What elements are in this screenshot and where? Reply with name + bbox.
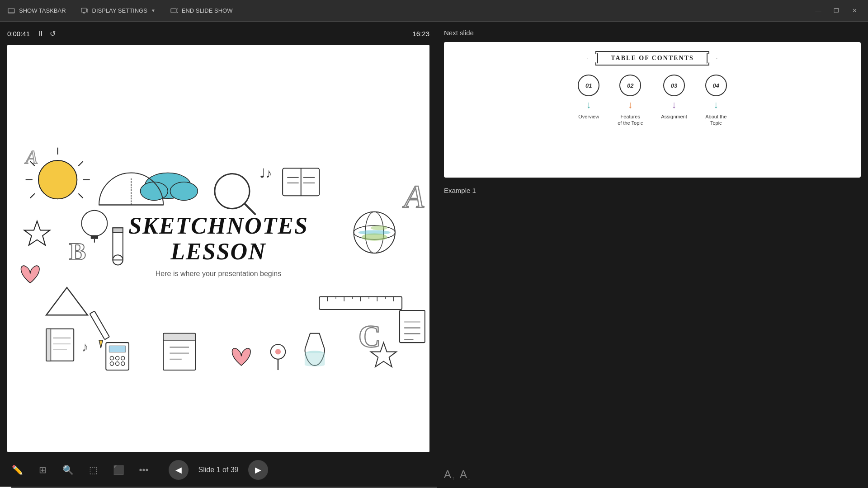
- toc-label-2: Featuresof the Topic: [618, 113, 643, 127]
- toc-icon-2: ↓: [628, 99, 633, 111]
- main-layout: 0:00:41 ⏸ ↺ 16:23: [0, 22, 868, 488]
- taskbar-icon: [7, 7, 15, 15]
- slide-subtitle: Here is where your presentation begins: [128, 270, 308, 278]
- example-label: Example 1: [444, 187, 861, 194]
- svg-rect-5: [87, 9, 88, 12]
- slide-canvas: ♩♪: [7, 45, 429, 452]
- toc-number-1: 01: [578, 75, 599, 96]
- close-button[interactable]: ✕: [848, 5, 861, 17]
- font-decrease-down-icon: ↓: [468, 476, 470, 481]
- timer-controls: ⏸ ↺: [37, 29, 56, 38]
- svg-line-7: [177, 9, 178, 9]
- slide-counter: Slide 1 of 39: [196, 466, 241, 474]
- pause-button[interactable]: ⏸: [37, 29, 44, 38]
- font-increase-up-icon: ↑: [452, 476, 454, 481]
- font-controls: A ↑ A ↓: [444, 465, 861, 481]
- font-increase-icon: A: [444, 468, 451, 481]
- toc-item-assignment: 03 ↓ Assignment: [661, 75, 687, 120]
- svg-rect-3: [83, 13, 85, 14]
- next-slide-button[interactable]: ▶: [248, 460, 268, 480]
- minimize-button[interactable]: —: [812, 5, 825, 17]
- bottom-bar: ✏️ ⊞ 🔍 ⬚ ⬛ ••• ◀ Slide 1 of 39 ▶: [0, 452, 437, 488]
- display-settings-arrow: ▼: [151, 8, 156, 13]
- right-panel: Next slide TABLE OF CONTENTS 01 ↓ Overvi…: [437, 22, 868, 488]
- show-taskbar-button[interactable]: SHOW TASKBAR: [7, 7, 66, 15]
- svg-rect-1: [8, 12, 14, 13]
- svg-rect-4: [83, 12, 85, 13]
- display-settings-label: DISPLAY SETTINGS: [92, 7, 147, 14]
- toc-number-4: 04: [705, 75, 727, 96]
- toc-item-overview: 01 ↓ Overview: [578, 75, 599, 120]
- select-tool-button[interactable]: ⬚: [85, 462, 101, 478]
- toc-items: 01 ↓ Overview 02 ↓ Featuresof the Topic: [578, 75, 727, 127]
- font-decrease-icon: A: [460, 468, 467, 481]
- toc-icon-1: ↓: [586, 99, 591, 111]
- reset-button[interactable]: ↺: [50, 29, 56, 38]
- restore-button[interactable]: ❐: [830, 5, 843, 17]
- zoom-tool-button[interactable]: 🔍: [60, 462, 76, 478]
- prev-slide-button[interactable]: ◀: [169, 460, 189, 480]
- toc-icon-3: ↓: [672, 99, 677, 111]
- toc-item-features: 02 ↓ Featuresof the Topic: [618, 75, 643, 127]
- example-area: [444, 198, 861, 465]
- toc-label-1: Overview: [578, 113, 599, 120]
- elapsed-timer: 0:00:41: [7, 30, 30, 38]
- svg-rect-2: [81, 8, 86, 12]
- toc-item-about: 04 ↓ About theTopic: [705, 75, 727, 127]
- slide-center-content: SKETCHNOTES LESSON Here is where your pr…: [128, 213, 308, 278]
- clock-display: 16:23: [412, 30, 429, 38]
- nav-controls: ◀ Slide 1 of 39 ▶: [169, 460, 268, 480]
- show-taskbar-label: SHOW TASKBAR: [19, 7, 66, 14]
- timer-bar: 0:00:41 ⏸ ↺ 16:23: [0, 22, 437, 45]
- display-settings-icon: [80, 7, 89, 15]
- pen-tool-button[interactable]: ✏️: [9, 462, 25, 478]
- end-slideshow-icon: [170, 7, 178, 15]
- end-slideshow-button[interactable]: END SLIDE SHOW: [170, 7, 233, 15]
- grid-tool-button[interactable]: ⊞: [34, 462, 51, 478]
- more-tool-button[interactable]: •••: [136, 462, 152, 478]
- toc-number-2: 02: [619, 75, 641, 96]
- end-slideshow-label: END SLIDE SHOW: [182, 7, 233, 14]
- toc-banner: TABLE OF CONTENTS: [595, 51, 709, 66]
- screen-tool-button[interactable]: ⬛: [110, 462, 127, 478]
- font-decrease-button[interactable]: A ↓: [460, 468, 470, 481]
- preview-content: TABLE OF CONTENTS 01 ↓ Overview 02: [444, 42, 861, 178]
- slide-display: ♩♪: [7, 45, 429, 452]
- toc-icon-4: ↓: [713, 99, 718, 111]
- slide-title-line1: SKETCHNOTES: [128, 213, 308, 239]
- svg-rect-6: [171, 9, 176, 13]
- window-controls: — ❐ ✕: [812, 5, 861, 17]
- next-slide-label: Next slide: [444, 29, 861, 37]
- slide-title-line2: LESSON: [128, 239, 308, 264]
- presentation-area: 0:00:41 ⏸ ↺ 16:23: [0, 22, 437, 488]
- tool-icons: ✏️ ⊞ 🔍 ⬚ ⬛ •••: [9, 462, 152, 478]
- toolbar: SHOW TASKBAR DISPLAY SETTINGS ▼ END SLID…: [0, 0, 868, 22]
- toc-title: TABLE OF CONTENTS: [611, 55, 693, 61]
- toc-label-3: Assignment: [661, 113, 687, 120]
- timer-left: 0:00:41 ⏸ ↺: [7, 29, 56, 38]
- display-settings-button[interactable]: DISPLAY SETTINGS ▼: [80, 7, 156, 15]
- svg-line-8: [177, 12, 178, 13]
- font-increase-button[interactable]: A ↑: [444, 468, 454, 481]
- next-slide-preview: TABLE OF CONTENTS 01 ↓ Overview 02: [444, 42, 861, 178]
- toc-number-3: 03: [663, 75, 685, 96]
- toc-label-4: About theTopic: [705, 113, 726, 127]
